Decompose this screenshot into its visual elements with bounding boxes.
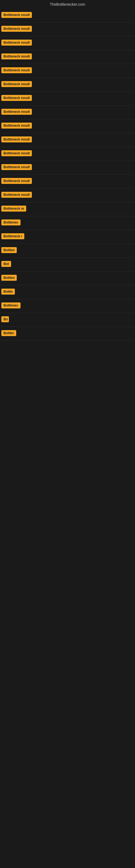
bottleneck-badge-16[interactable]: Bottlenec (1, 219, 20, 225)
result-row-2: Bottleneck result (0, 23, 135, 36)
result-row-10: Bottleneck result (0, 133, 135, 147)
result-row-15: Bottleneck re (0, 203, 135, 216)
bottleneck-badge-19[interactable]: Bot (1, 261, 11, 267)
result-row-22: Bottlenec (0, 299, 135, 313)
result-row-1: Bottleneck result (0, 9, 135, 23)
result-row-7: Bottleneck result (0, 92, 135, 105)
bottleneck-badge-15[interactable]: Bottleneck re (1, 206, 26, 212)
result-row-6: Bottleneck result (0, 78, 135, 92)
result-row-3: Bottleneck result (0, 36, 135, 50)
result-row-19: Bot (0, 258, 135, 272)
result-row-14: Bottleneck result (0, 188, 135, 203)
result-row-8: Bottleneck result (0, 105, 135, 119)
result-row-9: Bottleneck result (0, 119, 135, 133)
bottleneck-badge-24[interactable]: Bottler (1, 330, 16, 336)
bottleneck-badge-18[interactable]: Bottlen (1, 247, 17, 253)
bottleneck-badge-13[interactable]: Bottleneck result (1, 178, 32, 184)
result-row-11: Bottleneck result (0, 147, 135, 161)
bottleneck-badge-23[interactable]: Bo (1, 316, 9, 322)
bottleneck-badge-21[interactable]: Bottle (1, 289, 15, 294)
bottleneck-badge-5[interactable]: Bottleneck result (1, 67, 32, 73)
bottleneck-badge-14[interactable]: Bottleneck result (1, 192, 32, 198)
result-row-23: Bo (0, 313, 135, 327)
results-container: Bottleneck resultBottleneck resultBottle… (0, 9, 135, 341)
bottleneck-badge-2[interactable]: Bottleneck result (1, 26, 32, 32)
page-wrapper: TheBottlenecker.com Bottleneck resultBot… (0, 0, 135, 868)
bottleneck-badge-20[interactable]: Bottlen (1, 275, 17, 281)
bottleneck-badge-1[interactable]: Bottleneck result (1, 12, 32, 18)
bottleneck-badge-12[interactable]: Bottleneck result (1, 164, 32, 170)
bottleneck-badge-10[interactable]: Bottleneck result (1, 136, 32, 143)
bottleneck-badge-7[interactable]: Bottleneck result (1, 95, 32, 101)
result-row-4: Bottleneck result (0, 50, 135, 64)
bottleneck-badge-17[interactable]: Bottleneck r (1, 233, 24, 239)
result-row-18: Bottlen (0, 244, 135, 258)
result-row-21: Bottle (0, 285, 135, 299)
bottleneck-badge-11[interactable]: Bottleneck result (1, 150, 32, 156)
result-row-13: Bottleneck result (0, 175, 135, 188)
result-row-12: Bottleneck result (0, 161, 135, 175)
bottleneck-badge-6[interactable]: Bottleneck result (1, 81, 32, 87)
result-row-24: Bottler (0, 327, 135, 341)
bottleneck-badge-3[interactable]: Bottleneck result (1, 40, 32, 45)
bottleneck-badge-22[interactable]: Bottlenec (1, 303, 20, 308)
result-row-17: Bottleneck r (0, 230, 135, 244)
bottleneck-badge-4[interactable]: Bottleneck result (1, 54, 32, 59)
result-row-16: Bottlenec (0, 216, 135, 230)
bottleneck-badge-9[interactable]: Bottleneck result (1, 123, 32, 129)
result-row-5: Bottleneck result (0, 64, 135, 78)
site-title: TheBottlenecker.com (0, 0, 135, 9)
bottleneck-badge-8[interactable]: Bottleneck result (1, 109, 32, 115)
result-row-20: Bottlen (0, 272, 135, 285)
